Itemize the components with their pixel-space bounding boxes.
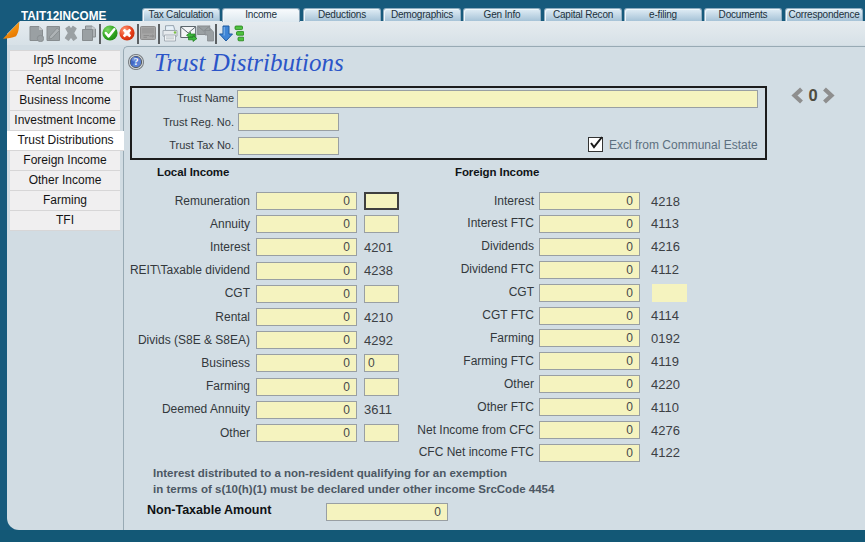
svg-text:?: ?	[133, 57, 138, 67]
svg-text:0: 0	[808, 87, 817, 104]
